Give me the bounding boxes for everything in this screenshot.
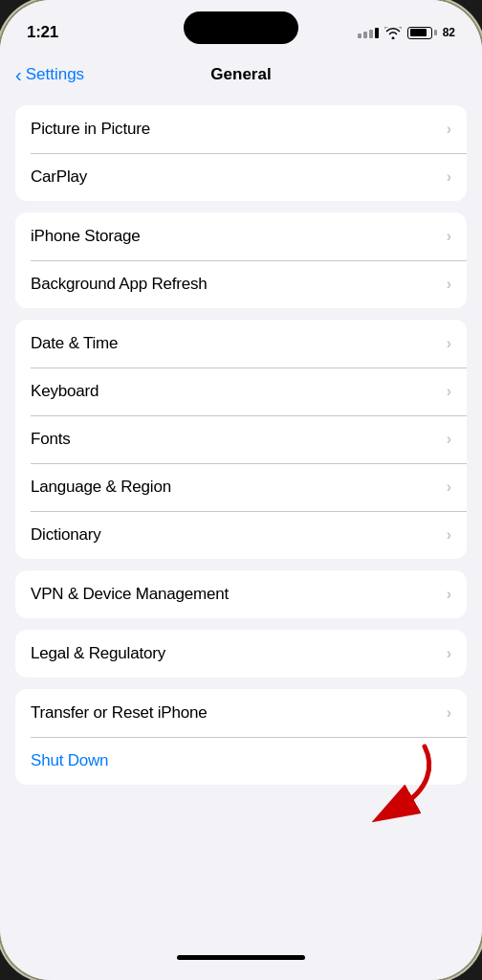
settings-item-keyboard[interactable]: Keyboard › [15, 368, 467, 415]
battery-level: 82 [443, 26, 455, 39]
status-time: 1:21 [27, 23, 58, 42]
chevron-icon: › [447, 645, 451, 662]
status-icons: 82 [358, 26, 455, 39]
item-label-carplay: CarPlay [31, 167, 87, 187]
home-bar [177, 955, 305, 960]
settings-content: Picture in Picture › CarPlay › iPhone St… [0, 98, 482, 947]
phone-frame: 1:21 82 [0, 0, 482, 980]
back-button[interactable]: ‹ Settings [15, 65, 84, 84]
wifi-icon [384, 27, 402, 39]
item-label-legal-regulatory: Legal & Regulatory [31, 644, 165, 663]
settings-item-background-app-refresh[interactable]: Background App Refresh › [15, 260, 467, 308]
item-label-fonts: Fonts [31, 430, 71, 449]
settings-item-transfer-reset[interactable]: Transfer or Reset iPhone › [15, 689, 467, 737]
item-label-shut-down: Shut Down [31, 751, 108, 770]
nav-bar: ‹ Settings General [0, 52, 482, 98]
settings-item-carplay[interactable]: CarPlay › [15, 153, 467, 201]
chevron-icon: › [447, 431, 451, 448]
item-label-date-time: Date & Time [31, 334, 118, 353]
dynamic-island [184, 11, 298, 44]
screen: 1:21 82 [0, 0, 482, 980]
item-label-keyboard: Keyboard [31, 382, 99, 401]
signal-icon [358, 28, 379, 38]
chevron-icon: › [447, 276, 451, 293]
page-title: General [210, 65, 271, 84]
chevron-icon: › [447, 121, 451, 138]
battery-icon [407, 27, 437, 39]
home-indicator [0, 947, 482, 980]
item-label-background-app-refresh: Background App Refresh [31, 275, 208, 294]
back-label: Settings [26, 65, 84, 84]
chevron-icon: › [447, 704, 451, 722]
item-label-picture-in-picture: Picture in Picture [31, 120, 150, 139]
item-label-dictionary: Dictionary [31, 525, 101, 545]
settings-item-fonts[interactable]: Fonts › [15, 415, 467, 463]
settings-item-shut-down[interactable]: Shut Down [15, 737, 467, 785]
settings-item-picture-in-picture[interactable]: Picture in Picture › [15, 105, 467, 153]
settings-group-6: Transfer or Reset iPhone › Shut Down [15, 689, 467, 785]
status-bar: 1:21 82 [0, 0, 482, 52]
back-chevron-icon: ‹ [15, 65, 22, 84]
settings-group-2: iPhone Storage › Background App Refresh … [15, 212, 467, 308]
chevron-icon: › [447, 479, 451, 496]
item-label-iphone-storage: iPhone Storage [31, 227, 140, 246]
settings-item-language-region[interactable]: Language & Region › [15, 463, 467, 511]
chevron-icon: › [447, 526, 451, 544]
settings-group-4: VPN & Device Management › [15, 570, 467, 618]
item-label-transfer-reset: Transfer or Reset iPhone [31, 703, 208, 723]
chevron-icon: › [447, 168, 451, 186]
chevron-icon: › [447, 586, 451, 603]
settings-item-vpn-device-management[interactable]: VPN & Device Management › [15, 570, 467, 618]
chevron-icon: › [447, 335, 451, 352]
settings-group-1: Picture in Picture › CarPlay › [15, 105, 467, 201]
settings-item-legal-regulatory[interactable]: Legal & Regulatory › [15, 630, 467, 678]
settings-group-3: Date & Time › Keyboard › Fonts › Languag… [15, 320, 467, 559]
settings-item-dictionary[interactable]: Dictionary › [15, 511, 467, 559]
chevron-icon: › [447, 228, 451, 245]
item-label-vpn-device-management: VPN & Device Management [31, 585, 229, 604]
settings-item-date-time[interactable]: Date & Time › [15, 320, 467, 368]
settings-group-5: Legal & Regulatory › [15, 630, 467, 678]
settings-item-iphone-storage[interactable]: iPhone Storage › [15, 212, 467, 260]
item-label-language-region: Language & Region [31, 478, 171, 497]
chevron-icon: › [447, 383, 451, 400]
